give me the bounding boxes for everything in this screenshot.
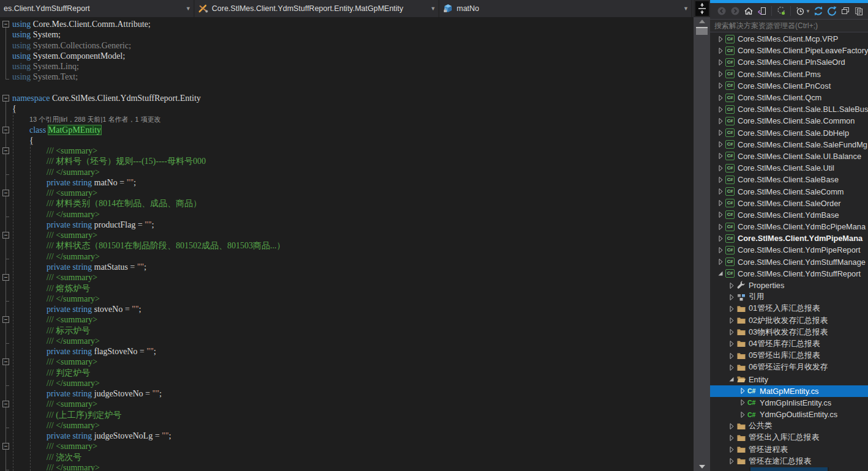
expand-arrow[interactable] <box>727 327 736 337</box>
bottom-tab-fragment-active[interactable] <box>750 467 829 471</box>
type-dropdown[interactable]: Core.StlMes.Client.YdmStuffReport.Entity… <box>195 0 440 17</box>
tree-item[interactable]: C#Core.StlMes.Client.SaleBase <box>710 174 868 185</box>
expand-arrow[interactable] <box>716 198 725 208</box>
file-history-filter-button[interactable] <box>793 4 807 18</box>
fold-collapse-box[interactable]: − <box>2 21 9 28</box>
expand-arrow[interactable] <box>716 139 725 149</box>
tree-item[interactable]: 管坯进程表 <box>710 444 868 456</box>
fold-collapse-box[interactable]: − <box>2 401 9 407</box>
editor-vertical-scrollbar[interactable] <box>694 17 710 471</box>
fold-collapse-box[interactable]: − <box>2 443 9 450</box>
tree-item[interactable]: C#Core.StlMes.Client.PipeLeaveFactory <box>710 45 868 56</box>
tree-item[interactable]: Entity <box>710 373 868 385</box>
expand-arrow[interactable] <box>727 351 736 361</box>
expand-arrow[interactable] <box>727 316 736 325</box>
tree-item[interactable]: 引用 <box>710 291 868 303</box>
tree-item[interactable]: C#Core.StlMes.Client.Qcm <box>710 92 868 103</box>
project-dropdown[interactable]: es.Client.YdmStuffReport ▼ <box>0 0 195 17</box>
code-editor[interactable]: using Core.Mes.Client.Comm.Attribute;usi… <box>0 17 694 471</box>
expand-arrow[interactable] <box>716 210 725 220</box>
tree-item[interactable]: 02炉批收发存汇总报表 <box>710 315 868 327</box>
expand-arrow[interactable] <box>716 245 725 255</box>
fold-collapse-box[interactable]: − <box>2 274 9 281</box>
tree-item[interactable]: C#Core.StlMes.Client.YdmBase <box>710 209 868 221</box>
member-dropdown[interactable]: matNo ▼ <box>440 0 692 17</box>
solution-explorer-search-input[interactable]: 搜索解决方案资源管理器(Ctrl+;) <box>710 19 868 32</box>
expand-arrow[interactable] <box>727 292 736 302</box>
expand-arrow[interactable] <box>727 433 736 443</box>
sync-button[interactable] <box>812 4 825 18</box>
expand-arrow[interactable] <box>738 398 747 407</box>
expand-arrow[interactable] <box>738 386 747 396</box>
tree-item[interactable]: C#Core.StlMes.Client.YdmPipeMana <box>710 232 868 244</box>
tree-item[interactable]: C#YdmGpOutlistEntity.cs <box>710 409 868 420</box>
tree-item[interactable]: C#Core.StlMes.Client.SaleOrder <box>710 198 868 209</box>
expand-arrow[interactable] <box>716 69 725 79</box>
expand-arrow[interactable] <box>716 116 725 126</box>
back-button[interactable] <box>715 4 728 18</box>
expand-arrow[interactable] <box>716 175 725 185</box>
fold-collapse-box[interactable]: − <box>2 190 9 196</box>
tree-item[interactable]: 公共类 <box>710 420 868 432</box>
tree-item[interactable]: 06管坯运行年月收发存 <box>710 362 868 373</box>
forward-button[interactable] <box>728 4 742 18</box>
expand-arrow[interactable] <box>716 151 725 161</box>
expand-arrow[interactable] <box>727 363 736 373</box>
tree-item[interactable]: C#Core.StlMes.Client.YdmStuffReport <box>710 268 868 280</box>
pending-changes-filter-button[interactable] <box>774 4 788 18</box>
chevron-down-icon[interactable]: ▼ <box>806 9 810 14</box>
tree-item[interactable]: C#YdmGpInlistEntity.cs <box>710 397 868 409</box>
tree-item[interactable]: C#Core.StlMes.Client.YdmBcPipeMana <box>710 221 868 232</box>
expand-arrow[interactable] <box>727 281 736 291</box>
expand-arrow[interactable] <box>727 374 736 384</box>
collapse-all-button[interactable] <box>839 4 852 18</box>
expand-arrow[interactable] <box>716 222 725 232</box>
fold-collapse-box[interactable]: − <box>2 316 9 323</box>
tree-item[interactable]: C#Core.StlMes.Client.YdmPipeReport <box>710 244 868 256</box>
expand-arrow[interactable] <box>716 234 725 243</box>
expand-arrow[interactable] <box>716 34 725 44</box>
expand-arrow[interactable] <box>716 46 725 56</box>
expand-arrow[interactable] <box>716 257 725 267</box>
fold-collapse-box[interactable]: − <box>2 147 9 154</box>
tree-item[interactable]: 01管坯入库汇总报表 <box>710 303 868 314</box>
tree-item[interactable]: 04管坯库存汇总报表 <box>710 338 868 350</box>
expand-arrow[interactable] <box>716 93 725 103</box>
bottom-tab-fragment[interactable] <box>710 467 750 471</box>
home-button[interactable] <box>742 4 755 18</box>
refresh-button[interactable] <box>825 4 839 18</box>
tree-item[interactable]: 05管坯出库汇总报表 <box>710 350 868 362</box>
tree-item[interactable]: C#Core.StlMes.Client.PnCost <box>710 80 868 92</box>
expand-arrow[interactable] <box>727 456 736 466</box>
fold-collapse-box[interactable]: − <box>2 95 9 102</box>
expand-arrow[interactable] <box>738 410 747 420</box>
expand-arrow[interactable] <box>716 187 725 196</box>
expand-arrow[interactable] <box>727 421 736 431</box>
tree-item[interactable]: Properties <box>710 280 868 291</box>
tree-item[interactable]: C#Core.StlMes.Client.Sale.DbHelp <box>710 127 868 139</box>
show-all-files-button[interactable] <box>852 4 866 18</box>
tree-item[interactable]: C#Core.StlMes.Client.SaleComm <box>710 185 868 197</box>
expand-arrow[interactable] <box>727 445 736 454</box>
scrollbar-thumb[interactable] <box>696 27 708 35</box>
expand-arrow[interactable] <box>716 269 725 278</box>
tree-item[interactable]: 03物料收发存汇总报表 <box>710 327 868 338</box>
expand-arrow[interactable] <box>716 163 725 173</box>
expand-arrow[interactable] <box>727 339 736 349</box>
expand-arrow[interactable] <box>716 128 725 138</box>
expand-arrow[interactable] <box>727 304 736 314</box>
tree-item[interactable]: C#Core.StlMes.Client.Sale.UI.Balance <box>710 150 868 162</box>
sync-with-active-document-button[interactable] <box>755 4 769 18</box>
tree-item[interactable]: 管坯在途汇总报表 <box>710 456 868 467</box>
tree-item[interactable]: C#Core.StlMes.Client.Sale.Common <box>710 115 868 127</box>
expand-arrow[interactable] <box>716 57 725 67</box>
fold-collapse-box[interactable]: − <box>2 232 9 239</box>
fold-collapse-box[interactable]: − <box>2 127 9 133</box>
expand-arrow[interactable] <box>716 81 725 91</box>
tree-item-selected[interactable]: C#MatGpMEntity.cs <box>710 385 868 397</box>
fold-collapse-box[interactable]: − <box>2 358 9 365</box>
scroll-up-button[interactable] <box>694 17 710 26</box>
scroll-down-button[interactable] <box>694 462 710 471</box>
tree-item[interactable]: C#Core.StlMes.Client.Sale.BLL.SaleBus <box>710 103 868 115</box>
codelens-indicator[interactable]: 13 个引用|lirl，288 天前|1 名作者，1 项更改 <box>0 114 694 124</box>
